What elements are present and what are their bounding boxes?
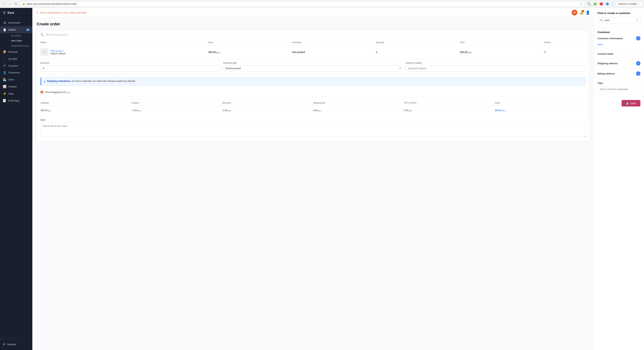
upsells-icon: ↑ <box>3 57 6 61</box>
sidebar-label-dashboard: Dashboard <box>8 22 30 24</box>
note-textarea[interactable] <box>40 123 586 137</box>
panel-divider-4 <box>598 68 640 69</box>
products-icon: 📦 <box>3 50 6 54</box>
menu-button[interactable]: ⋮ <box>611 2 615 6</box>
warning-icon: ⚠ <box>36 11 38 15</box>
find-customer-section: Find or create a customer 🔍 ✕ <box>598 12 640 23</box>
sidebar-item-store[interactable]: 🏪 Store <box>0 76 32 83</box>
product-variant: Default: Default <box>50 52 66 55</box>
product-search-input[interactable] <box>46 33 586 36</box>
topbar-actions: EN 🔔 1 👤 <box>572 10 590 16</box>
sidebar-item-dashboard[interactable]: ⊞ Dashboard <box>0 19 32 26</box>
customers-icon: 👤 <box>3 71 6 74</box>
discount-input[interactable] <box>40 65 220 71</box>
discount-reason-input[interactable] <box>406 65 586 71</box>
edit-shipping-address-button[interactable]: ✏ <box>636 61 640 66</box>
user-icon[interactable]: 👤 <box>586 11 590 15</box>
url-display: seller-area.youcanshop.dev/admin/orders/… <box>26 3 579 5</box>
sidebar-subitem-new-order[interactable]: New Order <box>8 38 32 43</box>
reload-button[interactable]: ↻ <box>14 2 18 6</box>
sidebar-item-customers[interactable]: 👤 Customers <box>0 69 32 76</box>
discount-row: Discount Discount type Fixed amount Perc… <box>37 59 589 75</box>
sidebar-subitem-all-orders[interactable]: All Orders <box>8 33 32 38</box>
col-inventory: Inventory <box>292 41 376 44</box>
apps-icon: ⚡ <box>3 92 6 95</box>
sidebar: ☰ Kyra ⊞ Dashboard 📋 Orders 7 All Orders… <box>0 8 32 350</box>
settings-label: Settings <box>7 343 16 346</box>
extension-icon1[interactable]: 🧩 <box>592 2 598 6</box>
shipping-address-label: Shipping address <box>598 62 618 65</box>
summary-col-total: Total <box>495 100 586 106</box>
col-name: Name <box>40 41 208 44</box>
sidebar-item-orders[interactable]: 📋 Orders 7 <box>0 26 32 33</box>
sidebar-item-draft-apps[interactable]: 📝 Draft Apps <box>0 97 32 104</box>
star-icon[interactable]: ☆ <box>580 3 582 5</box>
free-shipping-radio[interactable] <box>40 91 43 94</box>
sidebar-item-coupons[interactable]: 🏷 Coupons <box>0 62 32 69</box>
discount-type-label: Discount type <box>223 62 403 64</box>
sidebar-label-products: Products <box>8 51 30 53</box>
nav-buttons[interactable]: ← → ↻ <box>2 2 18 6</box>
relaunch-button[interactable]: Relaunch to update ⋮ <box>616 2 642 6</box>
summary-val-shipping: 0.00 د.م <box>313 107 404 114</box>
extension-icon2[interactable]: 🔴 <box>599 2 604 6</box>
discount-field: Discount <box>40 62 220 71</box>
tags-label: Tags <box>598 82 640 84</box>
sidebar-label-orders: Orders <box>8 29 24 31</box>
customer-search-input[interactable] <box>604 19 635 22</box>
extension-icon3[interactable]: 🔷 <box>605 2 610 6</box>
shipping-address-header: Shipping address ✏ <box>598 61 640 66</box>
search-browser-button[interactable]: 🔍 <box>586 2 592 6</box>
product-info: Fifth product Default: Default <box>50 50 66 55</box>
free-shipping-option[interactable]: Free Shipping (0.00 د.م) <box>40 91 586 94</box>
dev-warning-text: This is a development store, things will… <box>40 11 86 14</box>
shipping-info-text: Shipping estimations: (If none is select… <box>47 80 135 82</box>
sidebar-nav: ⊞ Dashboard 📋 Orders 7 All Orders New Or… <box>0 18 32 338</box>
discount-reason-field: Discount reason <box>406 62 586 71</box>
product-total: د.م 300.00 <box>460 51 544 54</box>
customer-section: Customer Customer information ✏ nami Cus… <box>598 31 640 92</box>
order-card: 🔍 Name Price Inventory Quantity Total Ac… <box>37 30 590 141</box>
variant-value: Default <box>58 52 66 55</box>
edit-billing-address-button[interactable]: ✏ <box>636 71 640 76</box>
sidebar-item-settings[interactable]: ⚙ Settings <box>3 341 30 347</box>
shipping-info-title: Shipping estimations: <box>47 80 71 82</box>
col-total: Total <box>460 41 544 44</box>
summary-val-subtotal: د.م 300.00 <box>40 107 131 114</box>
product-price: د.م 300.00 <box>208 51 292 54</box>
notification-badge: 1 <box>582 10 584 13</box>
notification-button[interactable]: 🔔 1 <box>580 11 584 15</box>
sidebar-item-products[interactable]: 📦 Products <box>0 48 32 55</box>
customer-info-label: Customer information <box>598 37 623 40</box>
sidebar-item-upsells[interactable]: ↑ Up Sells <box>0 55 32 62</box>
forward-button[interactable]: → <box>8 2 13 6</box>
back-button[interactable]: ← <box>2 2 7 6</box>
summary-col-coupon: Coupon <box>131 100 222 106</box>
clear-search-button[interactable]: ✕ <box>636 19 638 22</box>
summary-val-discount: -0.00 د.م <box>222 107 313 114</box>
browser-bar: ← → ↻ 🔒 seller-area.youcanshop.dev/admin… <box>0 0 644 8</box>
product-name[interactable]: Fifth product <box>50 50 66 52</box>
user-avatar[interactable]: EN <box>572 10 577 16</box>
sidebar-item-apps[interactable]: ⚡ Apps <box>0 90 32 97</box>
delete-product-button[interactable]: 🗑 <box>544 51 586 54</box>
tags-input[interactable] <box>598 86 640 92</box>
store-icon: 🏪 <box>3 78 6 81</box>
dev-warning: ⚠ This is a development store, things wi… <box>36 11 86 15</box>
discount-type-select[interactable]: Fixed amount Percentage <box>223 65 403 71</box>
col-actions: Actions <box>544 41 586 44</box>
save-button[interactable]: 💾 Save <box>622 100 640 107</box>
sidebar-subitem-abandoned-carts[interactable]: Abandoned Carts <box>8 43 32 48</box>
sidebar-label-customers: Customers <box>8 71 30 74</box>
summary-values-row: د.م 300.00 - 0.00 د.م -0.00 د.م 0.00 د.م… <box>40 107 586 114</box>
hamburger-icon[interactable]: ☰ <box>3 11 6 15</box>
address-bar[interactable]: 🔒 seller-area.youcanshop.dev/admin/order… <box>20 1 585 7</box>
sidebar-label-store: Store <box>8 78 30 81</box>
sidebar-label-apps: Apps <box>8 92 30 95</box>
sidebar-item-insights[interactable]: 📊 Insights <box>0 83 32 90</box>
browser-actions: 🔍 🧩 🔴 🔷 ⋮ Relaunch to update ⋮ <box>586 2 642 6</box>
sidebar-label-upsells: Up Sells <box>8 58 30 60</box>
edit-customer-info-button[interactable]: ✏ <box>636 36 640 41</box>
summary-col-discount: Discount <box>222 100 313 106</box>
summary-col-subtotal: Subtotal <box>40 100 131 106</box>
